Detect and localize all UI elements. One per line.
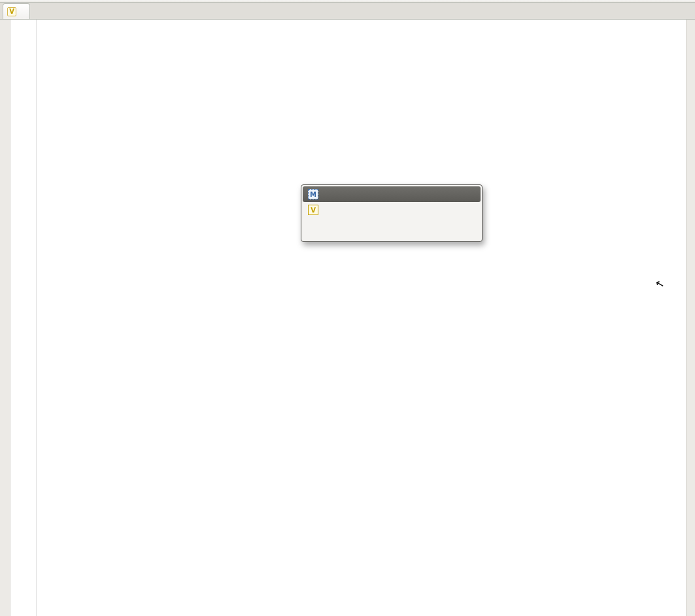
menu-extract-to-module[interactable]: M <box>303 186 481 202</box>
annotation-ruler <box>0 20 10 616</box>
tab-spi-top[interactable]: V <box>3 3 30 19</box>
editor-area <box>0 20 695 616</box>
file-icon: V <box>308 205 318 215</box>
refactor-context-menu: M V <box>301 184 483 242</box>
module-icon: M <box>308 189 318 199</box>
code-area[interactable] <box>37 20 686 616</box>
line-number-gutter[interactable] <box>10 20 37 616</box>
verilog-file-icon: V <box>7 7 16 16</box>
menu-move-selection-new-file[interactable]: V <box>303 202 481 218</box>
menu-spacer <box>303 218 481 240</box>
overview-ruler <box>686 20 695 616</box>
tab-bar: V <box>0 3 695 20</box>
